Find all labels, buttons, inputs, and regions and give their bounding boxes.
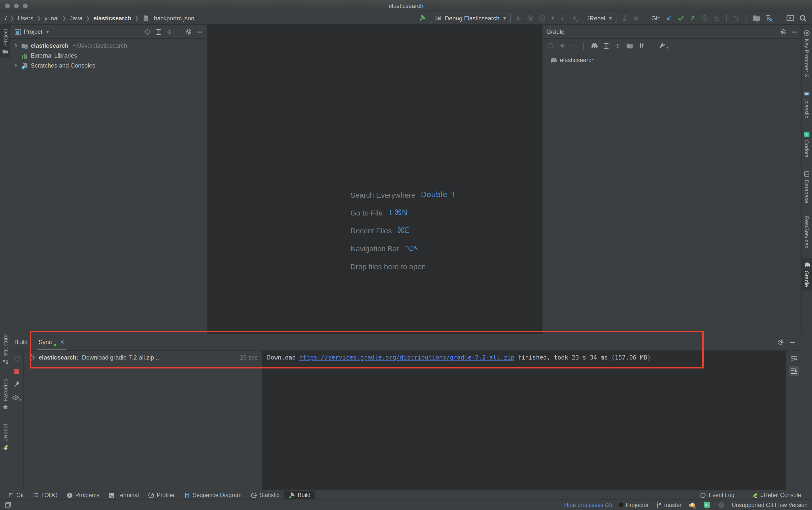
hide-panel-button[interactable] (791, 29, 798, 35)
projector-status[interactable]: Projector (619, 502, 649, 508)
jrebel-select[interactable]: JRebel ▼ (583, 13, 617, 23)
refresh-build-button[interactable] (13, 356, 20, 363)
build-window-title[interactable]: Build (14, 339, 28, 346)
git-update-button[interactable] (665, 15, 672, 22)
sidebar-item-jclasslib[interactable]: jclasslib (802, 87, 812, 122)
translate-button[interactable]: A (765, 14, 774, 22)
chevron-right-icon[interactable] (13, 43, 18, 48)
sidebar-item-project[interactable]: Project (0, 25, 10, 58)
tool-window-button-profiler[interactable]: Profiler (144, 491, 179, 499)
sidebar-item-key-promoter-x[interactable]: Key Promoter X (802, 26, 812, 81)
tool-window-button-statistic[interactable]: Statistic (246, 491, 283, 499)
breadcrumb-project[interactable]: elasticsearch (94, 15, 131, 22)
tool-window-button-event-log[interactable]: Event Log (696, 491, 739, 499)
detach-project-button[interactable] (570, 42, 577, 49)
breadcrumb-root[interactable]: / (5, 15, 7, 22)
codota-terminal-icon[interactable] (703, 501, 711, 509)
gradle-elephant-icon[interactable] (590, 42, 598, 50)
toggle-offline-mode-button[interactable] (638, 42, 645, 49)
run-anything-button[interactable] (786, 14, 794, 22)
close-window-button[interactable] (5, 3, 10, 8)
tool-window-button-todo[interactable]: TODO (29, 491, 61, 499)
soft-wrap-button[interactable] (790, 355, 798, 362)
build-console[interactable]: Download https://services.gradle.org/dis… (262, 350, 786, 490)
sidebar-item-restservices[interactable]: RestServices (802, 212, 812, 252)
project-panel-title[interactable]: Project (24, 28, 42, 35)
compare-branches-button[interactable] (732, 15, 740, 22)
tool-window-button-git[interactable]: Git (4, 491, 28, 499)
gear-icon[interactable] (777, 339, 784, 346)
gradle-settings-folder-button[interactable] (626, 42, 633, 49)
tool-window-button-jrebel-console[interactable]: JR JRebel Console (748, 491, 805, 500)
breadcrumb-java[interactable]: Java (70, 15, 82, 22)
chevron-down-icon[interactable]: ▼ (46, 29, 50, 34)
project-structure-button[interactable] (752, 14, 761, 22)
build-hammer-icon[interactable] (418, 14, 426, 22)
sidebar-item-database[interactable]: Database (802, 167, 812, 206)
gear-icon[interactable] (185, 28, 192, 35)
git-commit-button[interactable] (677, 15, 685, 22)
git-push-button[interactable] (689, 15, 696, 22)
tree-row-external-libraries[interactable]: External Libraries (10, 51, 207, 61)
jrebel-agent-icon[interactable] (621, 15, 629, 22)
scroll-to-end-button[interactable] (789, 366, 799, 377)
svg-text:JR: JR (754, 496, 757, 499)
close-icon[interactable]: ✕ (60, 339, 65, 346)
expand-all-button[interactable] (603, 42, 609, 49)
toggle-tool-windows-icon[interactable] (4, 501, 11, 508)
attach-project-button[interactable] (559, 42, 565, 49)
sidebar-item-gradle[interactable]: Gradle (802, 257, 812, 290)
sidebar-item-structure[interactable]: Structure (0, 331, 10, 368)
update-available-icon[interactable] (688, 501, 696, 509)
rollback-button[interactable] (713, 15, 720, 22)
tree-row-scratches[interactable]: Scratches and Consoles (10, 61, 207, 70)
jclasslib-label: jclasslib (804, 99, 810, 118)
hide-panel-button[interactable] (789, 339, 795, 345)
collapse-all-button[interactable] (166, 29, 173, 35)
hide-panel-button[interactable] (197, 29, 203, 35)
stop-button[interactable] (633, 15, 639, 21)
tool-window-button-build[interactable]: Build (284, 491, 314, 500)
shortcut-label: Navigation Bar (351, 244, 399, 253)
sidebar-item-jrebel[interactable]: JRebel JR (0, 421, 10, 454)
expand-all-button[interactable] (155, 29, 162, 35)
tree-row-elasticsearch[interactable]: elasticsearch ~/Java/elasticsearch (10, 41, 207, 51)
chevron-down-icon: ▼ (608, 16, 613, 21)
tree-node-path: ~/Java/elasticsearch (73, 42, 127, 49)
sidebar-item-favorites[interactable]: Favorites (0, 375, 10, 414)
wrench-icon[interactable] (659, 42, 666, 49)
rerun-bolt-icon[interactable] (560, 15, 566, 22)
breadcrumb-file[interactable]: .backportrc.json (152, 15, 194, 22)
run-configuration-select[interactable]: Debug Elasticsearch ▼ (431, 13, 511, 23)
hide-processes-link[interactable]: Hide processes (2) (564, 502, 612, 508)
tool-window-button-sequence-diagram[interactable]: Sequence Diagram (180, 491, 245, 499)
gear-icon[interactable] (780, 28, 787, 35)
locate-file-button[interactable] (144, 28, 151, 35)
minimize-window-button[interactable] (14, 3, 19, 8)
stop-build-button[interactable] (14, 369, 19, 374)
tool-window-button-terminal[interactable]: Terminal (104, 491, 143, 499)
git-branch-widget[interactable]: master (656, 502, 682, 508)
gradle-tree-row-elasticsearch[interactable]: elasticsearch (542, 55, 802, 65)
history-clock-button[interactable] (701, 15, 708, 22)
build-task-row[interactable]: elasticsearch: Download gradle-7.2-all.z… (24, 350, 262, 365)
gradle-download-link[interactable]: https://services.gradle.org/distribution… (299, 354, 514, 361)
tool-window-button-problems[interactable]: Problems (62, 491, 103, 499)
collapse-all-button[interactable] (614, 42, 621, 49)
sidebar-item-codota[interactable]: Codota (802, 128, 812, 161)
debug-button[interactable] (527, 15, 534, 22)
chevron-down-icon[interactable]: ▼ (550, 16, 555, 21)
coverage-button[interactable] (539, 15, 546, 22)
run-button[interactable] (515, 15, 522, 22)
filter-eye-icon[interactable] (12, 394, 19, 401)
tab-sync[interactable]: Sync ✕ (35, 334, 68, 350)
pin-icon[interactable] (13, 380, 20, 387)
search-everywhere-icon[interactable] (799, 14, 807, 22)
refresh-gradle-button[interactable] (547, 42, 554, 49)
notification-exclamation-icon[interactable] (718, 501, 725, 508)
breadcrumb-yunai[interactable]: yunai (44, 15, 59, 22)
chevron-right-icon[interactable] (13, 63, 18, 68)
rerun-bolt-plus-icon[interactable] (571, 15, 578, 22)
breadcrumb-users[interactable]: Users (18, 15, 33, 22)
maximize-window-button[interactable] (23, 3, 28, 8)
